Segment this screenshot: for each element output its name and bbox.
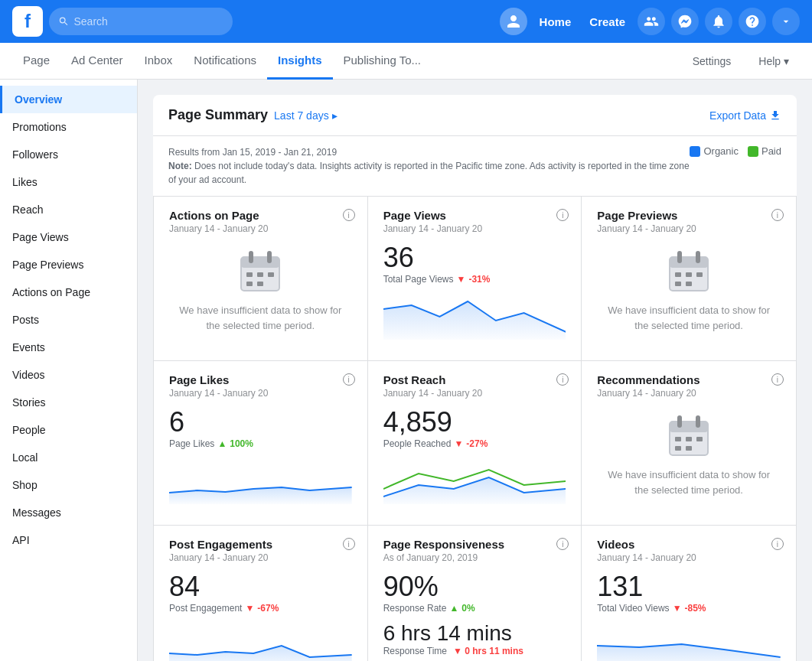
change-arrow: ▼ (673, 603, 682, 614)
sidebar-item-followers[interactable]: Followers (0, 141, 137, 168)
page-nav-insights[interactable]: Insights (267, 43, 333, 80)
help-icon[interactable] (739, 8, 766, 35)
info-text: Results from Jan 15, 2019 - Jan 21, 2019… (168, 145, 690, 187)
legend-paid: Paid (748, 145, 781, 157)
chevron-down-icon[interactable] (772, 8, 800, 35)
stat-value-2: 6 hrs 14 mins (383, 621, 566, 646)
insufficient-text: We have insufficient data to show for th… (177, 303, 344, 333)
stat-card-post-reach: Post Reach January 14 - January 20 i 4,8… (368, 361, 582, 526)
sidebar-item-stories[interactable]: Stories (0, 389, 137, 416)
page-nav-inbox[interactable]: Inbox (134, 43, 184, 80)
stat-value: 4,859 (383, 406, 566, 438)
stat-label: Total Video Views ▼ -85% (597, 603, 781, 614)
search-input[interactable] (73, 15, 223, 28)
info-icon[interactable]: i (343, 209, 355, 221)
messenger-icon[interactable] (671, 8, 699, 35)
svg-rect-22 (675, 437, 681, 441)
svg-rect-21 (696, 415, 700, 428)
stat-change-2: ▼ 0 hrs 11 mins (453, 646, 523, 656)
top-navigation: f Home Create (0, 0, 812, 43)
page-likes-chart (169, 458, 352, 504)
help-dropdown-button[interactable]: Help ▾ (748, 50, 800, 72)
svg-rect-1 (241, 257, 279, 268)
svg-rect-17 (686, 282, 692, 286)
info-icon[interactable]: i (343, 373, 355, 386)
stat-change: 0% (461, 603, 474, 614)
create-link[interactable]: Create (583, 12, 631, 31)
page-nav-page[interactable]: Page (12, 43, 60, 80)
change-arrow: ▼ (457, 274, 466, 285)
svg-rect-7 (246, 282, 253, 286)
svg-rect-3 (267, 251, 272, 263)
sidebar-item-posts[interactable]: Posts (0, 306, 137, 334)
svg-rect-10 (670, 257, 708, 268)
date-range-selector[interactable]: Last 7 days ▸ (274, 109, 338, 122)
sidebar-item-local[interactable]: Local (0, 444, 137, 471)
stat-card-date: As of January 20, 2019 (383, 552, 566, 563)
sidebar-item-page-previews[interactable]: Page Previews (0, 251, 137, 278)
page-nav-notifications[interactable]: Notifications (183, 43, 267, 80)
info-icon[interactable]: i (771, 209, 784, 221)
sidebar-item-people[interactable]: People (0, 416, 137, 444)
sidebar-item-reach[interactable]: Reach (0, 196, 137, 223)
stat-card-date: January 14 - January 20 (383, 223, 566, 234)
svg-rect-15 (696, 272, 703, 277)
facebook-logo: f (12, 6, 43, 37)
insufficient-text: We have insufficient data to show for th… (605, 467, 773, 497)
stat-value: 36 (383, 242, 566, 274)
stat-card-page-likes: Page Likes January 14 - January 20 i 6 P… (154, 361, 368, 526)
stat-change: 100% (230, 438, 253, 449)
info-icon[interactable]: i (556, 538, 569, 550)
stat-label: Total Page Views ▼ -31% (383, 274, 566, 285)
stat-change: -85% (685, 603, 706, 614)
info-icon[interactable]: i (771, 373, 784, 386)
insufficient-text: We have insufficient data to show for th… (605, 303, 773, 333)
svg-rect-25 (675, 446, 681, 451)
sidebar-item-messages[interactable]: Messages (0, 499, 137, 526)
stat-card-page-views: Page Views January 14 - January 20 i 36 … (368, 197, 582, 361)
settings-button[interactable]: Settings (682, 50, 742, 72)
insufficient-data-display: We have insufficient data to show for th… (597, 399, 781, 513)
nav-right: Home Create (500, 8, 800, 35)
bell-icon[interactable] (705, 8, 732, 35)
sidebar-item-events[interactable]: Events (0, 334, 137, 361)
sidebar-item-overview[interactable]: Overview (0, 86, 137, 113)
page-nav-adcenter[interactable]: Ad Center (60, 43, 134, 80)
svg-rect-16 (675, 282, 681, 286)
people-icon[interactable] (638, 8, 665, 35)
export-data-button[interactable]: Export Data (709, 109, 781, 122)
sidebar-item-promotions[interactable]: Promotions (0, 113, 137, 141)
legend-organic: Organic (690, 145, 739, 157)
page-nav-publishing[interactable]: Publishing To... (333, 43, 432, 80)
sidebar-item-shop[interactable]: Shop (0, 471, 137, 499)
search-bar[interactable] (49, 8, 233, 35)
info-icon[interactable]: i (556, 373, 569, 386)
stat-value: 84 (169, 571, 352, 603)
stat-label: Page Likes ▲ 100% (169, 438, 352, 449)
summary-header: Page Summary Last 7 days ▸ Export Data (153, 95, 797, 136)
post-engagements-chart (169, 623, 352, 661)
stat-card-videos: Videos January 14 - January 20 i 131 Tot… (582, 526, 796, 661)
stat-card-title: Videos (597, 538, 781, 551)
sidebar-item-actions-on-page[interactable]: Actions on Page (0, 278, 137, 306)
info-icon[interactable]: i (771, 538, 784, 550)
stat-card-actions-on-page: Actions on Page January 14 - January 20 … (154, 197, 368, 361)
svg-rect-20 (677, 415, 682, 428)
sidebar-item-api[interactable]: API (0, 526, 137, 554)
stat-card-title: Page Responsiveness (383, 538, 566, 551)
sidebar-item-likes[interactable]: Likes (0, 168, 137, 196)
svg-rect-12 (696, 251, 700, 263)
sidebar-item-videos[interactable]: Videos (0, 361, 137, 389)
svg-rect-6 (268, 272, 274, 277)
info-banner: Results from Jan 15, 2019 - Jan 21, 2019… (153, 136, 797, 197)
stat-card-title: Page Previews (597, 209, 781, 222)
stat-label: Response Rate ▲ 0% (383, 603, 566, 614)
sidebar-item-page-views[interactable]: Page Views (0, 223, 137, 251)
info-icon[interactable]: i (343, 538, 355, 550)
info-icon[interactable]: i (556, 209, 569, 221)
home-link[interactable]: Home (533, 12, 578, 31)
legend: Organic Paid (690, 145, 781, 157)
main-content: Page Summary Last 7 days ▸ Export Data R… (138, 80, 812, 661)
avatar (500, 8, 527, 35)
stat-label: Post Engagement ▼ -67% (169, 603, 352, 614)
